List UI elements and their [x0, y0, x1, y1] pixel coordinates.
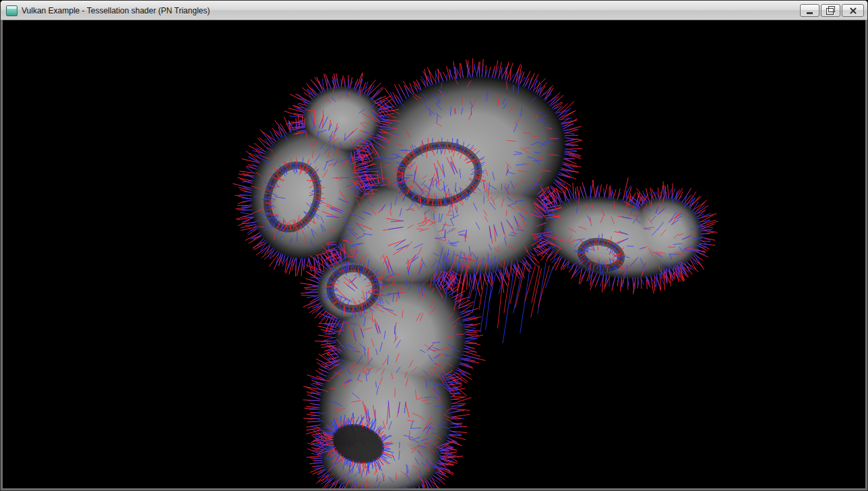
restore-icon: [826, 8, 834, 15]
window-controls: [799, 4, 864, 17]
viewport-canvas[interactable]: [3, 20, 865, 488]
close-icon: [849, 7, 857, 15]
maximize-button[interactable]: [821, 4, 840, 17]
close-button[interactable]: [842, 4, 864, 17]
viewport: [3, 20, 865, 488]
minimize-button[interactable]: [800, 4, 819, 17]
window-title: Vulkan Example - Tessellation shader (PN…: [22, 6, 210, 16]
app-window: Vulkan Example - Tessellation shader (PN…: [0, 0, 868, 491]
app-icon: [6, 5, 18, 16]
minimize-icon: [807, 12, 813, 14]
titlebar[interactable]: Vulkan Example - Tessellation shader (PN…: [1, 1, 867, 20]
